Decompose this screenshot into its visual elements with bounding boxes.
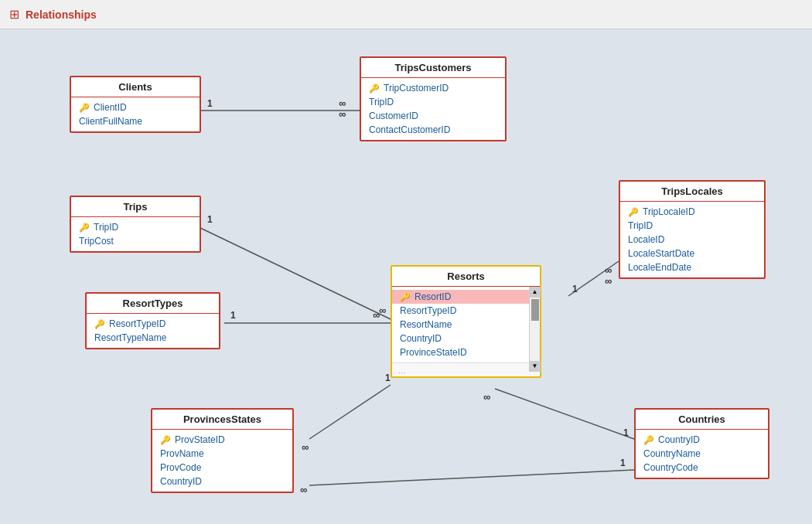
pk-icon-resorttypeid: 🔑 (94, 319, 105, 329)
table-provinces-states-header: ProvincesStates (152, 410, 292, 430)
scroll-down-button[interactable]: ▼ (530, 361, 541, 372)
svg-text:∞: ∞ (339, 108, 346, 120)
field-provincestateid: ProvinceStateID (392, 345, 540, 359)
table-clients-header: Clients (71, 77, 200, 97)
svg-text:1: 1 (207, 98, 213, 109)
field-provstateid: 🔑 ProvStateID (152, 433, 292, 447)
field-toplocaleid: 🔑 TripLocaleID (620, 205, 764, 219)
svg-line-20 (309, 470, 634, 485)
table-trips-customers-fields: 🔑 TripCustomerID TripID CustomerID Conta… (361, 78, 505, 140)
svg-line-4 (197, 226, 391, 319)
table-resorts-header: Resorts (392, 267, 540, 287)
field-clientfullname: ClientFullName (71, 114, 200, 128)
pk-icon-resortid: 🔑 (400, 292, 411, 302)
table-clients-fields: 🔑 ClientID ClientFullName (71, 97, 200, 131)
svg-text:1: 1 (572, 284, 578, 294)
field-resortid: 🔑 ResortID (392, 290, 540, 304)
table-resorts[interactable]: Resorts 🔑 ResortID ResortTypeID ResortNa… (391, 265, 541, 378)
table-resort-types-fields: 🔑 ResortTypeID ResortTypeName (87, 314, 219, 348)
field-ps-countryid: CountryID (152, 475, 292, 488)
table-trips-customers-header: TripsCustomers (361, 58, 505, 78)
scroll-up-button[interactable]: ▲ (530, 287, 541, 298)
svg-text:∞: ∞ (373, 309, 380, 321)
svg-line-10 (309, 385, 391, 439)
table-trips-locales-header: TripsLocales (620, 182, 764, 202)
table-provinces-states[interactable]: ProvincesStates 🔑 ProvStateID ProvName P… (151, 408, 294, 493)
table-resort-types[interactable]: ResortTypes 🔑 ResortTypeID ResortTypeNam… (85, 292, 220, 349)
svg-line-17 (495, 389, 634, 439)
resorts-scroll-indicator: ... (392, 362, 540, 376)
field-r-countryid: CountryID (392, 332, 540, 345)
field-provname: ProvName (152, 447, 292, 461)
table-clients[interactable]: Clients 🔑 ClientID ClientFullName (70, 76, 201, 133)
field-contactcustomerid: ContactCustomerID (361, 123, 505, 137)
field-resorttypename: ResortTypeName (87, 331, 219, 345)
pk-icon-tripid: 🔑 (79, 223, 90, 233)
svg-text:1: 1 (207, 214, 213, 225)
field-resorttypeid: 🔑 ResortTypeID (87, 317, 219, 331)
title-bar: ⊞ Relationships (0, 0, 812, 29)
field-localeid: LocaleID (620, 233, 764, 247)
field-r-resorttypeid: ResortTypeID (392, 304, 540, 318)
field-resortname: ResortName (392, 318, 540, 332)
pk-icon-tripcustomerid: 🔑 (369, 83, 380, 94)
svg-text:∞: ∞ (605, 275, 612, 287)
table-trips[interactable]: Trips 🔑 TripID TripCost (70, 196, 201, 253)
field-clientid: 🔑 ClientID (71, 100, 200, 114)
field-customerid: CustomerID (361, 109, 505, 123)
svg-text:∞: ∞ (605, 264, 612, 276)
table-countries-header: Countries (636, 410, 768, 430)
svg-text:∞: ∞ (379, 305, 386, 316)
relationships-icon: ⊞ (9, 7, 19, 22)
table-resorts-fields: 🔑 ResortID ResortTypeID ResortName Count… (392, 287, 540, 362)
table-trips-locales[interactable]: TripsLocales 🔑 TripLocaleID TripID Local… (619, 180, 766, 279)
field-tl-tripid: TripID (620, 219, 764, 233)
field-tripcost: TripCost (71, 234, 200, 248)
svg-text:∞: ∞ (302, 441, 309, 453)
field-localeenddate: LocaleEndDate (620, 260, 764, 274)
field-countryid: 🔑 CountryID (636, 433, 768, 447)
svg-line-13 (568, 261, 619, 296)
svg-text:∞: ∞ (483, 391, 490, 403)
field-provcode: ProvCode (152, 461, 292, 475)
field-countrycode: CountryCode (636, 461, 768, 475)
pk-icon-toplocaleid: 🔑 (628, 207, 639, 217)
field-tripcustomerid: 🔑 TripCustomerID (361, 81, 505, 95)
field-tripid: 🔑 TripID (71, 220, 200, 234)
svg-text:∞: ∞ (300, 484, 307, 495)
resorts-scrollbar[interactable]: ▲ ▼ (529, 287, 540, 372)
pk-icon-countryid: 🔑 (643, 435, 654, 445)
field-tc-tripid: TripID (361, 95, 505, 109)
svg-text:1: 1 (385, 373, 391, 383)
scroll-thumb[interactable] (531, 299, 539, 321)
field-localestartdate: LocaleStartDate (620, 247, 764, 260)
table-trips-fields: 🔑 TripID TripCost (71, 217, 200, 251)
title-text: Relationships (26, 9, 97, 21)
table-countries[interactable]: Countries 🔑 CountryID CountryName Countr… (634, 408, 769, 479)
table-trips-header: Trips (71, 197, 200, 217)
field-countryname: CountryName (636, 447, 768, 461)
table-provinces-states-fields: 🔑 ProvStateID ProvName ProvCode CountryI… (152, 430, 292, 492)
pk-icon-provstateid: 🔑 (160, 435, 171, 445)
svg-text:1: 1 (623, 427, 629, 438)
table-trips-customers[interactable]: TripsCustomers 🔑 TripCustomerID TripID C… (360, 56, 507, 141)
svg-text:1: 1 (230, 310, 236, 321)
pk-icon-clientid: 🔑 (79, 103, 90, 113)
svg-text:1: 1 (620, 458, 626, 468)
table-trips-locales-fields: 🔑 TripLocaleID TripID LocaleID LocaleSta… (620, 202, 764, 277)
svg-text:∞: ∞ (339, 97, 346, 109)
diagram-canvas: 1 ∞ ∞ 1 ∞ 1 ∞ ∞ 1 1 ∞ ∞ ∞ 1 ∞ 1 Clients (0, 29, 812, 524)
table-resort-types-header: ResortTypes (87, 294, 219, 314)
table-countries-fields: 🔑 CountryID CountryName CountryCode (636, 430, 768, 478)
